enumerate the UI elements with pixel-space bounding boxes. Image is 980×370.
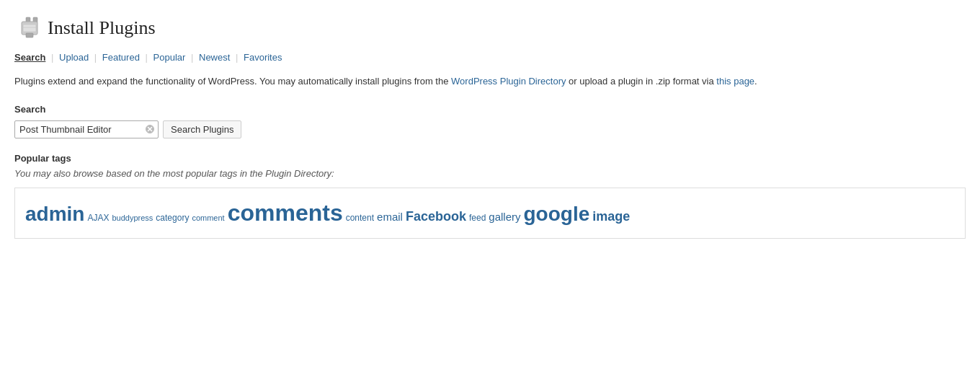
plugin-icon	[14, 14, 42, 42]
tag-buddypress[interactable]: buddypress	[112, 213, 153, 222]
nav-upload[interactable]: Upload	[59, 52, 89, 63]
popular-tags-label: Popular tags	[14, 153, 966, 164]
tag-facebook[interactable]: Facebook	[406, 209, 466, 224]
tag-google[interactable]: google	[524, 203, 590, 226]
desc-part3: .	[754, 76, 757, 87]
nav-sep-5: |	[236, 52, 238, 63]
nav-featured[interactable]: Featured	[102, 52, 140, 63]
tag-admin[interactable]: admin	[25, 203, 84, 226]
tag-category[interactable]: category	[156, 213, 189, 223]
svg-rect-4	[23, 25, 36, 32]
popular-tags-subtitle: You may also browse based on the most po…	[14, 168, 966, 179]
nav-sep-1: |	[51, 52, 53, 63]
nav-sep-4: |	[191, 52, 193, 63]
nav-sep-2: |	[94, 52, 97, 63]
nav-sep-3: |	[146, 52, 148, 63]
desc-part1: Plugins extend and expand the functional…	[14, 76, 451, 87]
tags-container: admin AJAX buddypress category comment c…	[14, 188, 966, 239]
tag-comments[interactable]: comments	[228, 200, 343, 226]
search-input[interactable]	[14, 120, 159, 138]
nav-popular[interactable]: Popular	[153, 52, 186, 63]
page-wrapper: Install Plugins Search | Upload | Featur…	[0, 0, 980, 370]
search-row: Search Plugins	[14, 120, 966, 138]
tag-email[interactable]: email	[377, 211, 403, 223]
search-input-wrapper	[14, 120, 159, 138]
tag-content[interactable]: content	[346, 213, 374, 223]
tag-ajax[interactable]: AJAX	[87, 213, 109, 223]
popular-tags-section: Popular tags You may also browse based o…	[14, 153, 966, 239]
page-title-row: Install Plugins	[14, 14, 966, 42]
description-text: Plugins extend and expand the functional…	[14, 74, 966, 89]
tag-image[interactable]: image	[592, 209, 630, 224]
search-plugins-button[interactable]: Search Plugins	[163, 120, 241, 138]
this-page-link[interactable]: this page	[716, 76, 754, 87]
tag-comment[interactable]: comment	[192, 213, 224, 222]
nav-favorites[interactable]: Favorites	[244, 52, 282, 63]
clear-search-icon[interactable]	[145, 124, 155, 134]
tag-feed[interactable]: feed	[469, 213, 486, 223]
search-label: Search	[14, 104, 966, 115]
nav-newest[interactable]: Newest	[199, 52, 230, 63]
nav-links: Search | Upload | Featured | Popular | N…	[14, 52, 966, 63]
desc-part2: or upload a plugin in .zip format via	[566, 76, 716, 87]
tag-gallery[interactable]: gallery	[489, 211, 520, 223]
page-title: Install Plugins	[48, 17, 156, 39]
wp-plugin-dir-link[interactable]: WordPress Plugin Directory	[451, 76, 566, 87]
svg-rect-3	[26, 33, 33, 38]
nav-current[interactable]: Search	[14, 52, 45, 63]
